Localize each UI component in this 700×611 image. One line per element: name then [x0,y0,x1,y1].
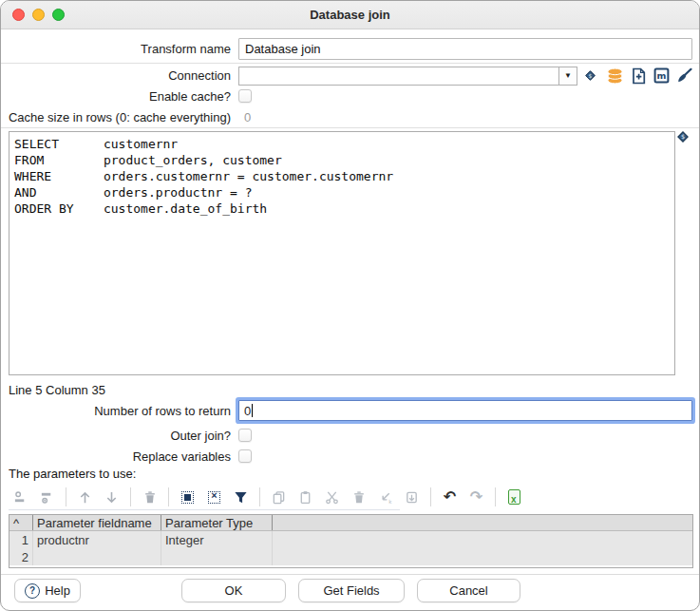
clear-selection-icon[interactable] [206,488,222,506]
sql-line: ORDER BY customer.date_of_birth [14,200,674,217]
column-header-type[interactable]: Parameter Type [161,515,273,530]
cache-size-row: Cache size in rows (0: cache everything)… [1,108,692,126]
toolbar-separator [66,487,66,506]
export-excel-icon[interactable] [506,488,522,506]
toolbar-separator [259,487,260,506]
edit-connection-icon[interactable]: m [653,67,670,85]
help-icon [25,583,40,599]
titlebar: Database join [1,1,699,29]
separator [1,63,699,64]
svg-text:m: m [657,70,667,81]
connection-row: Connection $ m [1,66,692,86]
rows-to-return-label: Number of rows to return [1,404,238,418]
wizard-icon[interactable] [676,67,692,85]
column-header-empty [273,515,692,530]
close-button[interactable] [12,9,25,21]
copy-to-rows-icon[interactable] [404,488,420,506]
parameter-type-cell[interactable]: Integer [161,531,273,548]
ok-button[interactable]: OK [181,579,286,602]
cancel-button[interactable]: Cancel [417,579,520,602]
svg-text:$: $ [589,72,593,79]
replace-variables-label: Replace variables [1,449,238,464]
toolbar-separator [168,487,169,506]
cut-icon[interactable] [324,488,340,506]
copy-icon[interactable] [271,488,287,506]
separator [1,127,699,128]
enable-cache-row: Enable cache? [1,88,692,104]
table-empty-area [9,565,692,567]
zoom-button[interactable] [52,9,65,21]
parameter-type-cell[interactable] [161,548,273,565]
variable-icon: $ [676,130,690,146]
keep-selected-icon[interactable]: k [377,488,393,506]
sql-editor[interactable]: SELECT customernr FROM product_orders, c… [9,131,675,375]
outer-join-checkbox[interactable] [238,429,252,442]
sql-line: FROM product_orders, customer [14,152,674,168]
toolbar-separator [430,487,431,506]
transform-name-input[interactable] [238,38,692,60]
move-row-up-icon[interactable] [77,488,93,506]
text-cursor [252,404,253,417]
parameters-table: ^ Parameter fieldname Parameter Type 1 p… [9,514,693,568]
transform-name-label: Transform name [1,42,238,56]
variable-icon: $ [582,67,598,85]
cursor-position-status: Line 5 Column 35 [9,383,105,397]
minimize-button[interactable] [32,9,45,21]
undo-icon[interactable]: ↶ [442,488,458,506]
redo-icon[interactable]: ↷ [468,488,484,506]
toolbar-separator [130,487,131,506]
filter-icon[interactable] [233,488,249,506]
sql-line: AND orders.productnr = ? [14,184,674,200]
replace-variables-checkbox[interactable] [238,449,252,463]
insert-row-before-icon[interactable] [12,488,28,506]
enable-cache-checkbox[interactable] [238,89,252,103]
delete-row-icon[interactable] [142,488,158,506]
replace-variables-row: Replace variables [1,449,692,464]
transform-name-row: Transform name [1,37,692,60]
ok-button-label: OK [225,583,243,598]
parameter-fieldname-cell[interactable] [33,548,161,565]
move-row-down-icon[interactable] [104,488,120,506]
separator [1,574,699,575]
rows-to-return-row: Number of rows to return 0 [1,399,692,422]
parameter-fieldname-cell[interactable]: productnr [33,531,161,548]
window-title: Database join [1,8,699,22]
help-button-label: Help [45,583,70,598]
rows-to-return-input[interactable]: 0 [238,400,692,421]
column-header-fieldname[interactable]: Parameter fieldname [33,515,161,530]
svg-text:k: k [388,498,392,504]
chevron-down-icon[interactable] [558,67,577,85]
connection-icon-strip: $ m [582,67,692,85]
table-row[interactable]: 1 productnr Integer [9,531,692,548]
empty-cell [273,531,692,548]
outer-join-row: Outer join? [1,428,692,443]
row-number: 2 [9,548,33,565]
outer-join-label: Outer join? [1,429,238,443]
traffic-lights [12,9,65,21]
connection-combo[interactable] [238,67,577,86]
get-fields-button[interactable]: Get Fields [298,579,405,602]
svg-text:$: $ [681,133,685,141]
database-icon[interactable] [605,67,624,85]
insert-row-after-icon[interactable] [39,488,55,506]
parameters-toolbar: k ↶ ↷ [9,485,400,510]
sql-line: SELECT customernr [14,136,674,152]
cache-size-label: Cache size in rows (0: cache everything) [1,110,238,124]
sql-line: WHERE orders.customernr = customer.custo… [14,168,674,184]
enable-cache-label: Enable cache? [1,89,238,104]
cache-size-input[interactable]: 0 [238,110,692,124]
paste-icon[interactable] [297,488,313,506]
table-row[interactable]: 2 [9,548,692,565]
empty-cell [273,548,692,565]
connection-combo-input[interactable] [239,67,558,85]
get-fields-button-label: Get Fields [323,583,379,598]
delete-selected-icon[interactable] [350,488,367,506]
help-button[interactable]: Help [14,579,81,602]
parameters-label: The parameters to use: [9,467,136,481]
select-all-icon[interactable] [180,488,196,506]
cancel-button-label: Cancel [449,583,487,598]
column-header-num[interactable]: ^ [9,515,33,530]
toolbar-separator [495,487,496,506]
connection-label: Connection [1,68,238,83]
new-connection-icon[interactable] [631,67,647,85]
